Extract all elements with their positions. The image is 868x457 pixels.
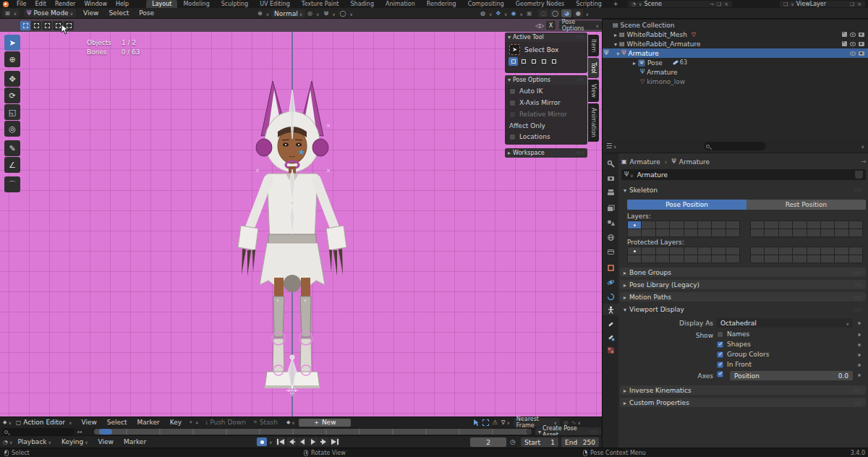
workspace-tab-scripting[interactable]: Scripting bbox=[570, 0, 608, 8]
workspace-tab-compositing[interactable]: Compositing bbox=[462, 0, 510, 8]
animate-dot[interactable] bbox=[858, 354, 861, 356]
exclude-checkbox[interactable] bbox=[842, 41, 847, 46]
box-select-keys-icon[interactable] bbox=[482, 419, 489, 426]
timeline-editor-icon[interactable]: ◔ bbox=[3, 439, 8, 445]
snap-magnet-icon[interactable]: ⋓ bbox=[323, 10, 328, 17]
expand-icon[interactable] bbox=[508, 150, 511, 156]
npanel-tab-item[interactable]: Item bbox=[588, 35, 599, 56]
tool-measure[interactable]: ∠ bbox=[4, 157, 20, 173]
prev-keyframe-button[interactable] bbox=[286, 437, 297, 446]
datablock-name-field[interactable]: Ψ Armature bbox=[621, 169, 866, 180]
select-mode-subtract-icon[interactable] bbox=[529, 57, 538, 66]
workspace-tab-modeling[interactable]: Modeling bbox=[177, 0, 215, 8]
menu-key[interactable]: Key bbox=[165, 419, 187, 426]
workspace-tab-shading[interactable]: Shading bbox=[344, 0, 380, 8]
shapes-checkbox[interactable]: Shapes bbox=[717, 341, 751, 348]
playhead-handle[interactable] bbox=[99, 429, 112, 435]
current-frame-field[interactable]: 2 bbox=[470, 437, 506, 447]
breadcrumb-object[interactable]: Armature bbox=[630, 158, 660, 166]
move-down-icon[interactable]: ▾ bbox=[190, 419, 192, 425]
tab-world[interactable] bbox=[603, 231, 618, 243]
disable-render-icon[interactable] bbox=[859, 42, 864, 46]
show-gizmo-icon[interactable]: ◍ bbox=[480, 10, 485, 17]
inverse-kinematics-section[interactable]: Inverse Kinematics bbox=[620, 385, 866, 395]
tool-pose-breakdowner[interactable]: ⌒ bbox=[4, 176, 20, 192]
tab-view-layer[interactable] bbox=[603, 202, 618, 214]
menu-view[interactable]: View bbox=[93, 438, 119, 445]
select-mode-subtract-icon[interactable] bbox=[42, 21, 52, 30]
tool-rotate[interactable]: ⟳ bbox=[4, 87, 20, 103]
frame-range-icon[interactable]: ↔ bbox=[77, 429, 82, 435]
rest-position-button[interactable]: Rest Position bbox=[746, 200, 866, 210]
menu-window[interactable]: Window bbox=[80, 0, 111, 8]
animate-dot[interactable] bbox=[858, 374, 861, 377]
new-action-button[interactable]: ＋New bbox=[299, 419, 351, 427]
menu-view[interactable]: View bbox=[78, 9, 103, 17]
auto-ik-checkbox[interactable]: Auto IK bbox=[505, 85, 587, 95]
menu-marker[interactable]: Marker bbox=[132, 419, 165, 426]
orientation-dropdown[interactable]: Normal bbox=[271, 9, 305, 18]
pose-options-popover[interactable]: Pose Options bbox=[559, 21, 602, 30]
hide-eye-icon[interactable] bbox=[850, 42, 856, 46]
outliner-row-armature-data[interactable]: ΨArmature bbox=[603, 67, 868, 77]
hide-eye-icon[interactable] bbox=[850, 51, 856, 56]
npanel-tab-tool[interactable]: Tool bbox=[588, 58, 599, 78]
collapse-icon[interactable] bbox=[508, 77, 511, 83]
start-frame-field[interactable]: Start1 bbox=[521, 437, 558, 447]
keying-menu[interactable]: Keying bbox=[56, 438, 93, 445]
group-colors-checkbox[interactable]: Group Colors bbox=[717, 351, 769, 358]
tab-render[interactable] bbox=[603, 172, 618, 184]
x-axis-mirror-checkbox[interactable]: X-Axis Mirror bbox=[505, 95, 587, 106]
action-editor-mode-dropdown[interactable]: ▢Action Editor bbox=[16, 419, 72, 426]
menu-view[interactable]: View bbox=[76, 419, 101, 426]
collapse-icon[interactable] bbox=[508, 34, 511, 40]
workspace-tab-animation[interactable]: Animation bbox=[380, 0, 421, 8]
expand-icon[interactable] bbox=[614, 31, 617, 38]
animate-dot[interactable] bbox=[858, 343, 861, 346]
outliner-row-armature-object[interactable]: Ψ ΨArmature bbox=[603, 48, 868, 58]
tool-annotate[interactable]: ✎ bbox=[4, 140, 20, 156]
tab-collection[interactable] bbox=[603, 246, 618, 257]
tool-transform[interactable]: ◎ bbox=[4, 121, 20, 137]
menu-file[interactable]: File bbox=[12, 0, 30, 8]
npanel-tab-animation[interactable]: Animation bbox=[588, 103, 599, 142]
menu-pose[interactable]: Pose bbox=[134, 9, 159, 17]
properties-editor-icon[interactable]: ☲ bbox=[606, 142, 612, 150]
tool-scale[interactable]: ◱ bbox=[4, 104, 20, 120]
move-up-icon[interactable]: ▴ bbox=[196, 419, 199, 425]
drag-handle-icon[interactable] bbox=[576, 34, 584, 40]
timeline-scrollbar[interactable] bbox=[94, 429, 532, 435]
menu-marker[interactable]: Marker bbox=[119, 438, 151, 445]
protected-layers-grid-left[interactable] bbox=[627, 247, 740, 263]
playback-menu[interactable]: Playback bbox=[12, 438, 56, 445]
collapse-icon[interactable] bbox=[616, 50, 619, 57]
proportional-edit-icon[interactable]: ◯ bbox=[340, 10, 346, 17]
mode-selector[interactable]: ΨPose Mode bbox=[24, 9, 76, 17]
copy-icon[interactable]: ❏ bbox=[717, 1, 721, 7]
push-down-button[interactable]: ⤓Push Down bbox=[205, 419, 246, 426]
tool-select-box[interactable]: ➤ bbox=[4, 35, 20, 51]
outliner-row-kimono-low[interactable]: ▽kimono_low bbox=[603, 77, 868, 86]
viewport-display-section[interactable]: Viewport Display bbox=[620, 304, 866, 314]
editor-type-selector[interactable]: ⊞ bbox=[2, 9, 20, 17]
drag-handle-icon[interactable] bbox=[576, 77, 584, 83]
blender-logo-icon[interactable] bbox=[3, 1, 9, 7]
outliner-row-whiterabbit-mesh[interactable]: ▤WhiteRabbit_Mesh ▽ bbox=[603, 30, 868, 39]
tab-bone[interactable] bbox=[603, 318, 618, 330]
viewlayer-selector[interactable]: ❏ ViewLayer ❏ × bbox=[780, 1, 865, 7]
tool-move[interactable]: ✥ bbox=[4, 71, 20, 87]
overlays-icon[interactable]: ◉ bbox=[511, 10, 516, 17]
tab-bone-constraint[interactable] bbox=[603, 331, 618, 343]
collapse-icon[interactable] bbox=[614, 40, 617, 48]
pin-icon[interactable]: ⊸ bbox=[710, 1, 714, 7]
menu-select[interactable]: Select bbox=[102, 419, 132, 426]
layers-grid-right[interactable] bbox=[750, 221, 863, 237]
add-workspace-button[interactable]: + bbox=[608, 0, 624, 8]
transform-orientation-icon[interactable]: ⊕ bbox=[258, 10, 263, 17]
tool-cursor[interactable]: ⊕ bbox=[4, 51, 20, 67]
select-mode-new-icon[interactable] bbox=[20, 21, 30, 30]
motion-paths-section[interactable]: Motion Paths bbox=[620, 292, 866, 302]
select-mode-intersect-icon[interactable] bbox=[549, 57, 558, 66]
animate-dot[interactable] bbox=[858, 364, 861, 367]
tab-output[interactable] bbox=[603, 187, 618, 198]
